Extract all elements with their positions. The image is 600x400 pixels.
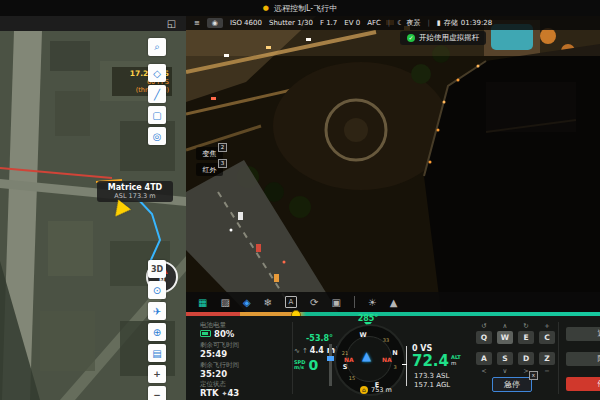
compass-na-left: NA bbox=[344, 356, 354, 363]
menu-icon[interactable]: ≡ bbox=[194, 19, 200, 27]
scene-mode[interactable]: ☾ 夜景 bbox=[397, 18, 420, 28]
speed-row: SPD m/s 0 bbox=[294, 357, 318, 373]
swap-view-icon[interactable]: ◱ bbox=[165, 18, 178, 30]
map-layers-icon[interactable]: ▤ bbox=[148, 344, 166, 362]
key-q[interactable]: Q bbox=[476, 331, 492, 344]
toast-text: 开始使用虚拟摇杆 bbox=[419, 33, 479, 43]
status-notice: 远程控制L-飞行中 bbox=[274, 3, 337, 14]
drone-center-icon[interactable]: ✈ bbox=[148, 302, 166, 320]
hint-descend: − bbox=[539, 367, 555, 375]
panel-divider bbox=[292, 322, 293, 394]
ev-value[interactable]: EV 0 bbox=[344, 19, 360, 27]
autofocus-zone-icon[interactable]: A bbox=[285, 296, 297, 308]
slider-handle[interactable] bbox=[327, 356, 334, 361]
top-status-bar: ● 远程控制L-飞行中 bbox=[0, 0, 600, 16]
drone-name: Matrice 4TD bbox=[97, 183, 173, 192]
divider: | bbox=[388, 19, 390, 27]
overview-icon[interactable]: ◎ bbox=[148, 127, 166, 145]
ring-number-15: 15 bbox=[349, 375, 355, 381]
flyable-time-value: 25:49 bbox=[200, 349, 227, 359]
key-c[interactable]: C bbox=[539, 331, 555, 344]
grid-overlay-icon[interactable]: ▦ bbox=[198, 297, 207, 308]
toolbar-divider bbox=[354, 296, 355, 308]
drone-asl: ASL 173.3 m bbox=[97, 192, 173, 200]
return-home-button[interactable]: 返航 bbox=[566, 327, 600, 341]
emergency-stop-button[interactable]: 急停 bbox=[492, 377, 532, 392]
stop-propellers-button[interactable]: 停桨 bbox=[566, 377, 600, 391]
hint-left: < bbox=[476, 367, 492, 375]
hint-forward: ∧ bbox=[497, 322, 513, 330]
cardinal-s: S bbox=[343, 363, 348, 371]
altitude-scale bbox=[406, 346, 407, 386]
altitude-unit: m bbox=[451, 360, 461, 366]
night-city-scene bbox=[186, 16, 600, 312]
map-3d-button[interactable]: 3D bbox=[148, 260, 166, 278]
gimbal-pitch-slider[interactable] bbox=[329, 344, 332, 386]
agl-value: 157.1 AGL bbox=[414, 381, 450, 389]
focus-mode[interactable]: AFC bbox=[367, 19, 381, 27]
key-d[interactable]: D bbox=[518, 352, 534, 365]
speed-unit: m/s bbox=[294, 365, 305, 370]
key-e[interactable]: E bbox=[518, 331, 534, 344]
map-view[interactable]: 17.28 MS 60 FPS (throttled) ⌕ ◇ ╱ ▢ ◎ Ma… bbox=[0, 31, 186, 400]
geofence-icon[interactable]: ◇ bbox=[148, 64, 166, 82]
key-z[interactable]: Z bbox=[539, 352, 555, 365]
battery-value: 80% bbox=[200, 329, 234, 339]
hint-yaw-left: ↺ bbox=[476, 322, 492, 330]
speed-value: 0 bbox=[308, 357, 318, 373]
screen-icon[interactable]: ▣ bbox=[331, 297, 340, 308]
history-icon[interactable]: ⊙ bbox=[148, 281, 166, 299]
compass-na-right: NA bbox=[382, 356, 392, 363]
map-draw-tools: ◇ ╱ ▢ ◎ bbox=[148, 64, 166, 145]
altitude-value: 72.4 bbox=[412, 354, 449, 368]
cardinal-w: W bbox=[359, 331, 366, 339]
search-icon[interactable]: ⌕ bbox=[148, 38, 166, 56]
aircraft-icon: ▲ bbox=[362, 349, 371, 363]
focus-diamond-icon[interactable]: ◈ bbox=[243, 297, 251, 308]
hint-ascend: + bbox=[539, 322, 555, 330]
camera-icon[interactable]: ◉ bbox=[207, 18, 223, 28]
divider: | bbox=[428, 19, 430, 27]
wind-arrow-icon: ↑ bbox=[302, 347, 308, 355]
map-view-tools: 3D ⊙ ✈ ⊕ ▤ + − bbox=[148, 260, 166, 400]
moon-icon: ☾ bbox=[397, 19, 403, 27]
key-w[interactable]: W bbox=[497, 331, 513, 344]
scene-mountain-icon[interactable]: ▲ bbox=[390, 297, 398, 308]
key-s[interactable]: S bbox=[497, 352, 513, 365]
hint-yaw-right: ↻ bbox=[518, 322, 534, 330]
shutter-value[interactable]: Shutter 1/30 bbox=[269, 19, 313, 27]
locate-target-icon[interactable]: ⊕ bbox=[148, 323, 166, 341]
lens-zoom-label: 变焦 bbox=[203, 149, 217, 159]
positioning-value: RTK ✦43 bbox=[200, 388, 239, 398]
storage-icon: ▮ bbox=[437, 19, 441, 27]
drone-map-label: Matrice 4TD ASL 173.3 m bbox=[97, 181, 173, 202]
snowflake-icon[interactable]: ❄ bbox=[264, 297, 272, 308]
home-distance-value: 753 m bbox=[371, 386, 392, 394]
iso-value[interactable]: ISO 4600 bbox=[230, 19, 262, 27]
altitude-readout: 72.4 ALT m bbox=[412, 354, 461, 368]
camera-feed[interactable] bbox=[186, 16, 600, 312]
land-button[interactable]: 降落 bbox=[566, 352, 600, 366]
zoom-in-button[interactable]: + bbox=[148, 365, 166, 383]
app-window: ● 远程控制L-飞行中 ◱ 17.28 MS 60 FPS (thr bbox=[0, 0, 600, 400]
hint-backward: ∨ bbox=[497, 367, 513, 375]
lens-ir-hotkey: 3 bbox=[218, 159, 227, 168]
lens-ir-chip[interactable]: 红外 3 bbox=[196, 163, 223, 176]
measure-icon[interactable]: ╱ bbox=[148, 85, 166, 103]
aperture-value[interactable]: F 1.7 bbox=[320, 19, 337, 27]
wind-icon: ∿ bbox=[294, 347, 300, 355]
gimbal-recenter-icon[interactable]: ⟳ bbox=[310, 297, 318, 308]
battery-icon bbox=[200, 330, 211, 337]
brightness-icon[interactable]: ☀ bbox=[368, 297, 377, 308]
warning-dot-icon: ● bbox=[263, 5, 269, 12]
home-distance-row: ⌂ 753 m bbox=[360, 386, 392, 394]
key-a[interactable]: A bbox=[476, 352, 492, 365]
select-area-icon[interactable]: ▢ bbox=[148, 106, 166, 124]
zoom-out-button[interactable]: − bbox=[148, 386, 166, 400]
photo-icon[interactable]: ▨ bbox=[220, 297, 229, 308]
ring-number-33: 33 bbox=[383, 337, 389, 343]
cardinal-n: N bbox=[392, 349, 397, 357]
home-point-icon: ⌂ bbox=[360, 386, 368, 394]
panel-divider bbox=[558, 322, 559, 394]
storage-label: 存储 bbox=[444, 18, 458, 28]
